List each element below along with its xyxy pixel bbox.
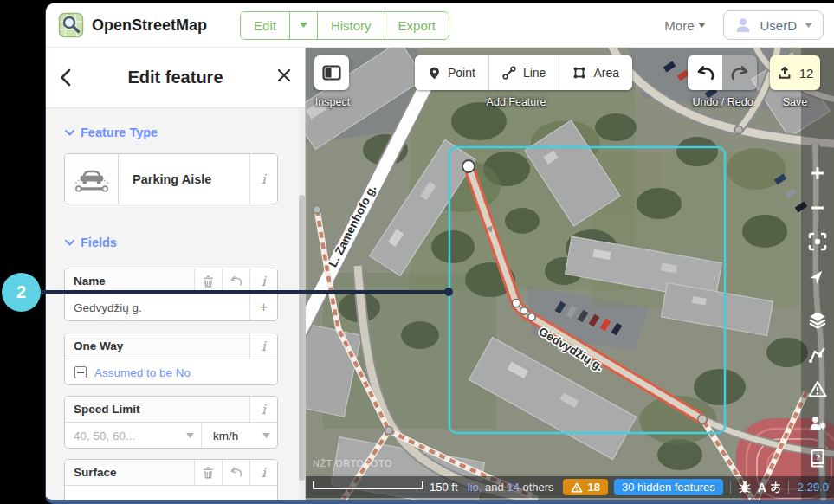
field-surface-delete-button[interactable] — [194, 460, 222, 485]
chevron-down-icon — [300, 23, 307, 28]
back-button[interactable] — [60, 68, 71, 89]
app-window: OpenStreetMap Edit History Export More — [45, 3, 834, 504]
hidden-features-badge[interactable]: 30 hidden features — [614, 479, 723, 495]
field-speed-info-button[interactable]: i — [249, 397, 277, 422]
contributor-count-link[interactable]: 14 — [507, 481, 519, 494]
osm-brand[interactable]: OpenStreetMap — [58, 12, 207, 38]
way-bend-vertex[interactable] — [528, 313, 535, 320]
info-icon: i — [262, 339, 266, 354]
contributor-link[interactable]: lio, — [468, 481, 482, 494]
add-area-button[interactable]: Area — [559, 55, 632, 90]
scrollbar-thumb[interactable] — [299, 195, 305, 481]
add-line-button[interactable]: Line — [488, 55, 559, 90]
annotation-target-dot — [444, 288, 453, 296]
info-icon: i — [262, 402, 266, 417]
panel-header: Edit feature — [46, 48, 305, 108]
section-feature-type[interactable]: Feature Type — [65, 126, 158, 139]
bug-icon — [738, 481, 752, 494]
field-oneway-info-button[interactable]: i — [249, 333, 277, 359]
section-fields[interactable]: Fields — [65, 236, 117, 249]
undo-icon — [230, 466, 242, 479]
field-oneway: One Way i Assumed to be No — [64, 333, 278, 385]
user-account-button[interactable]: UserD — [723, 10, 824, 40]
sidebar-scrollbar[interactable] — [299, 108, 305, 500]
plus-icon: + — [260, 299, 268, 316]
map-data-button[interactable] — [801, 339, 834, 369]
edit-button[interactable]: Edit — [241, 12, 289, 39]
undo-redo-label: Undo / Redo — [688, 96, 758, 108]
chevron-down-icon — [186, 433, 194, 438]
undo-button[interactable] — [688, 55, 722, 90]
info-icon: i — [262, 465, 266, 481]
layers-icon — [808, 310, 827, 329]
user-name: UserD — [760, 18, 797, 33]
version-link[interactable]: 2.29.0 — [798, 481, 829, 494]
plus-icon — [809, 165, 826, 182]
history-button[interactable]: History — [317, 12, 385, 39]
oneway-checkbox[interactable] — [74, 366, 87, 378]
feature-type-button[interactable]: Parking Aisle i — [64, 153, 278, 204]
add-point-button[interactable]: Point — [415, 55, 488, 90]
name-input[interactable]: Gedvydžių g. — [65, 294, 249, 320]
oneway-value: Assumed to be No — [94, 366, 191, 379]
add-language-button[interactable]: + — [249, 294, 277, 320]
zoom-out-button[interactable] — [801, 193, 834, 223]
export-button[interactable]: Export — [385, 12, 449, 39]
speed-unit-select[interactable]: km/h — [201, 423, 277, 449]
undo-icon — [230, 275, 242, 288]
brand-title: OpenStreetMap — [92, 16, 207, 35]
issues-count-badge[interactable]: 18 — [563, 479, 608, 495]
field-surface-label: Surface — [65, 460, 194, 485]
field-surface-info-button[interactable]: i — [249, 460, 277, 485]
aerial-imagery: L. Zamenhofo g. Gedvydžių g. — [306, 48, 834, 500]
save-label: Save — [770, 96, 820, 108]
divider — [788, 481, 789, 494]
feature-type-info-button[interactable]: i — [249, 154, 277, 204]
kana-character-icon — [770, 481, 781, 494]
area-polygon-icon — [572, 66, 586, 80]
user-avatar-icon — [734, 16, 752, 34]
help-button[interactable]: ? — [801, 443, 834, 473]
more-menu-button[interactable]: More — [664, 18, 706, 33]
imagery-watermark: NŽT ORTOFOTO — [313, 458, 392, 468]
geolocate-button[interactable] — [801, 262, 834, 291]
edit-dropdown-button[interactable] — [289, 12, 317, 39]
redo-button[interactable] — [722, 55, 757, 90]
add-feature-label: Add Feature — [415, 96, 617, 108]
preferences-button[interactable] — [801, 409, 834, 438]
way-start-vertex[interactable] — [462, 160, 475, 172]
warning-triangle-icon — [808, 379, 827, 398]
chevron-down-icon — [262, 433, 270, 438]
background-layers-button[interactable] — [801, 305, 834, 334]
way-bend-vertex[interactable] — [512, 299, 520, 307]
chevron-down-icon — [65, 130, 74, 136]
redo-icon — [731, 64, 749, 82]
chevron-down-icon — [65, 240, 74, 246]
annotation-callout-line — [38, 290, 449, 294]
add-feature-group: Point Line — [415, 55, 632, 90]
warning-triangle-icon — [571, 482, 583, 493]
line-segment-icon — [502, 66, 516, 80]
way-end-vertex[interactable] — [698, 415, 707, 423]
info-icon: i — [262, 171, 266, 187]
field-surface-undo-button[interactable] — [222, 460, 249, 485]
inspect-button[interactable] — [314, 55, 349, 90]
zoom-in-button[interactable] — [801, 158, 834, 188]
way-bend-vertex[interactable] — [520, 307, 527, 314]
zoom-to-selection-button[interactable] — [801, 227, 834, 256]
map-canvas[interactable]: L. Zamenhofo g. Gedvydžių g. — [306, 48, 834, 500]
parking-aisle-icon — [65, 154, 119, 204]
upload-icon — [777, 65, 792, 81]
field-surface: Surface — [64, 459, 278, 500]
frame-selection-icon — [808, 232, 827, 251]
speed-limit-combobox[interactable]: 40, 50, 60... — [65, 423, 201, 449]
close-button[interactable] — [277, 68, 291, 85]
translate-button[interactable]: A — [758, 481, 781, 494]
save-button[interactable]: 12 — [770, 55, 820, 90]
issues-button[interactable] — [801, 374, 834, 404]
report-bug-button[interactable] — [738, 481, 752, 494]
close-icon — [277, 68, 291, 82]
osm-logo-icon — [58, 12, 84, 38]
map-data-icon — [808, 345, 827, 364]
main-nav-group: Edit History Export — [240, 11, 449, 40]
